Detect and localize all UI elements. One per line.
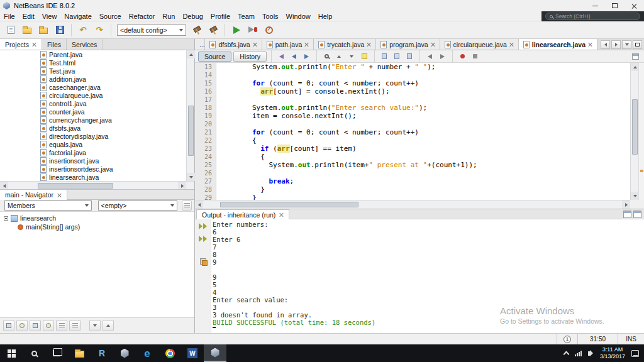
back-button[interactable] bbox=[289, 52, 299, 62]
menu-item[interactable]: Debug bbox=[179, 11, 206, 21]
scroll-up-button[interactable] bbox=[187, 50, 195, 58]
undo-button[interactable]: ↶ bbox=[75, 23, 91, 38]
show-static-members-button[interactable] bbox=[30, 320, 41, 331]
project-file-item[interactable]: Test.java bbox=[0, 67, 186, 75]
close-tab-icon[interactable] bbox=[509, 42, 514, 47]
tab-list-button[interactable] bbox=[622, 40, 631, 49]
code-line[interactable]: 17 bbox=[195, 96, 630, 104]
find-next-button[interactable] bbox=[347, 52, 357, 62]
chrome-button[interactable] bbox=[158, 344, 181, 362]
project-file-item[interactable]: control1.java bbox=[0, 99, 186, 107]
project-file-item[interactable]: linearsearch.java bbox=[0, 173, 186, 181]
scroll-thumb[interactable] bbox=[188, 106, 194, 156]
show-inherited-members-button[interactable] bbox=[3, 320, 14, 331]
scroll-tabs-right-button[interactable] bbox=[611, 40, 621, 49]
navigator-child-node[interactable]: main(String[] args) bbox=[0, 222, 194, 231]
show-non-public-button[interactable] bbox=[43, 320, 54, 331]
editor-tab[interactable]: trycatch.java bbox=[314, 39, 376, 50]
menu-item[interactable]: File bbox=[0, 11, 19, 21]
code-line[interactable]: 18 System.out.println("Enter search valu… bbox=[195, 104, 630, 112]
menu-item[interactable]: Window bbox=[282, 11, 314, 21]
menu-item[interactable]: Profile bbox=[207, 11, 234, 21]
warning-mark[interactable] bbox=[640, 170, 643, 172]
code-line[interactable]: 21 for (count = 0; count < number; count… bbox=[195, 128, 630, 136]
code-line[interactable]: 26 bbox=[195, 169, 630, 177]
taskbar-clock[interactable]: 3:11 AM 3/13/2017 bbox=[600, 346, 625, 360]
word-button[interactable]: W bbox=[181, 344, 204, 362]
start-button[interactable] bbox=[0, 344, 23, 362]
action-center-icon[interactable] bbox=[631, 350, 639, 357]
find-selection-button[interactable] bbox=[321, 52, 332, 62]
editor-tab[interactable]: program.java bbox=[376, 39, 440, 50]
project-file-item[interactable]: insertionsort.java bbox=[0, 156, 186, 165]
next-bookmark-button[interactable] bbox=[392, 52, 402, 62]
menu-item[interactable]: Tools bbox=[258, 11, 282, 21]
build-settings-button[interactable] bbox=[197, 256, 209, 266]
code-line[interactable]: 13 System.out.println("Enter " + number … bbox=[195, 63, 630, 71]
menu-item[interactable]: View bbox=[38, 11, 61, 21]
explorer-tab[interactable]: Files bbox=[42, 39, 67, 50]
float-window-button[interactable] bbox=[623, 211, 631, 218]
search-input[interactable]: Search (Ctrl+I) bbox=[545, 13, 640, 20]
notifications-cell[interactable]: 1 bbox=[557, 334, 577, 344]
editor-vertical-scrollbar[interactable] bbox=[630, 63, 638, 200]
config-select[interactable]: <default config> bbox=[117, 25, 186, 36]
explorer-tab[interactable]: Services bbox=[67, 39, 103, 50]
close-tab-icon[interactable] bbox=[588, 42, 592, 47]
project-file-item[interactable]: Test.html bbox=[0, 58, 186, 67]
forward-button[interactable] bbox=[301, 52, 312, 62]
menu-item[interactable]: Team bbox=[234, 11, 258, 21]
scroll-left-button[interactable] bbox=[195, 200, 203, 209]
shift-left-button[interactable] bbox=[425, 52, 435, 62]
collapse-all-button[interactable] bbox=[103, 320, 114, 331]
maximize-button[interactable] bbox=[605, 0, 625, 11]
project-file-item[interactable]: currencychanger.java bbox=[0, 116, 186, 124]
close-tab-icon[interactable] bbox=[431, 42, 435, 47]
save-all-button[interactable] bbox=[52, 23, 67, 38]
project-file-item[interactable]: counter.java bbox=[0, 107, 186, 116]
code-line[interactable]: 16 arr[count] = console.nextInt(); bbox=[195, 87, 630, 96]
close-button[interactable] bbox=[625, 0, 644, 11]
menu-item[interactable]: Refactor bbox=[125, 11, 159, 21]
code-line[interactable]: 28 } bbox=[195, 185, 630, 194]
scroll-thumb[interactable] bbox=[38, 183, 113, 189]
netbeans-active-window-button[interactable] bbox=[204, 344, 226, 362]
code-line[interactable]: 25 System.out.println(item+" present at … bbox=[195, 161, 630, 169]
code-line[interactable]: 24 { bbox=[195, 153, 630, 161]
toggle-bookmark-button[interactable] bbox=[404, 52, 415, 62]
redo-button[interactable]: ↷ bbox=[92, 23, 107, 38]
new-project-button[interactable] bbox=[19, 23, 35, 38]
stop-macro-button[interactable] bbox=[470, 52, 480, 62]
project-file-item[interactable]: dfsbfs.java bbox=[0, 124, 186, 132]
file-explorer-button[interactable] bbox=[68, 344, 91, 362]
history-view-button[interactable]: History bbox=[233, 52, 267, 62]
scroll-right-button[interactable] bbox=[622, 200, 630, 209]
task-view-button[interactable] bbox=[45, 344, 68, 362]
code-line[interactable]: 19 item = console.nextInt(); bbox=[195, 112, 630, 120]
last-edit-button[interactable] bbox=[276, 52, 287, 62]
editor-tab[interactable]: linearsearch.java bbox=[519, 39, 597, 50]
build-project-button[interactable] bbox=[189, 23, 204, 38]
previous-bookmark-button[interactable] bbox=[379, 52, 390, 62]
edge-button[interactable]: e bbox=[136, 344, 158, 362]
collapse-expander-icon[interactable] bbox=[4, 216, 8, 221]
rerun-debug-button[interactable] bbox=[197, 234, 209, 244]
project-file-item[interactable]: directorydisplay.java bbox=[0, 132, 186, 140]
menu-item[interactable]: Edit bbox=[19, 11, 38, 21]
explorer-tab[interactable]: Projects bbox=[0, 39, 42, 50]
project-file-item[interactable]: circularqueue.java bbox=[0, 91, 186, 99]
navigator-settings-button[interactable] bbox=[182, 200, 192, 211]
project-file-item[interactable]: addition.java bbox=[0, 75, 186, 83]
netbeans-button[interactable] bbox=[113, 344, 136, 362]
insert-mode-cell[interactable]: INS bbox=[618, 334, 644, 344]
project-file-item[interactable]: factorial.java bbox=[0, 148, 186, 156]
scroll-thumb[interactable] bbox=[220, 202, 358, 207]
close-navigator-icon[interactable] bbox=[57, 193, 62, 197]
new-file-button[interactable] bbox=[3, 23, 18, 38]
debug-project-button[interactable] bbox=[245, 23, 260, 38]
project-file-item[interactable]: casechanger.java bbox=[0, 83, 186, 91]
start-macro-button[interactable] bbox=[457, 52, 468, 62]
code-line[interactable]: 23 if (arr[count] == item) bbox=[195, 145, 630, 153]
close-output-icon[interactable] bbox=[279, 212, 284, 217]
profile-project-button[interactable] bbox=[262, 23, 277, 38]
